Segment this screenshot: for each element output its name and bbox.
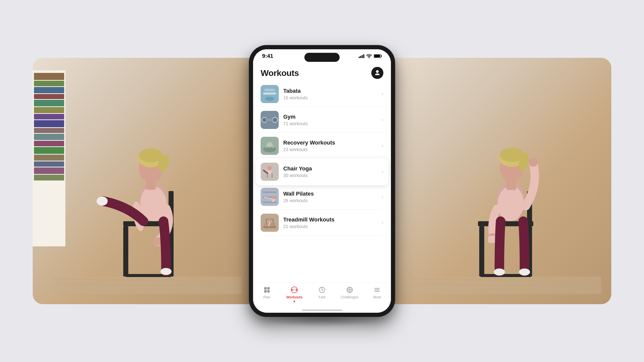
fast-icon [318, 286, 326, 294]
workout-name-gym: Gym [283, 114, 380, 120]
phone-container: 9:41 [249, 45, 395, 317]
chevron-wall-pilates: › [382, 194, 383, 200]
app-header: Workouts [253, 63, 391, 81]
svg-point-17 [97, 197, 108, 206]
right-person-illustration [413, 80, 601, 294]
chevron-treadmill: › [382, 219, 383, 226]
svg-point-45 [265, 97, 274, 101]
workout-info-gym: Gym 71 workouts [283, 114, 380, 126]
svg-rect-50 [266, 118, 273, 121]
more-icon [373, 286, 381, 294]
workout-item-chair-yoga[interactable]: Chair Yoga 30 workouts › [256, 158, 388, 185]
svg-rect-40 [374, 55, 380, 57]
workout-info-chair-yoga: Chair Yoga 30 workouts [283, 165, 380, 178]
workout-count-gym: 71 workouts [283, 121, 380, 126]
svg-point-37 [494, 268, 505, 276]
battery-icon [374, 54, 382, 58]
workout-count-wall-pilates: 26 workouts [283, 198, 380, 203]
tab-label-workouts: Workouts [286, 295, 302, 299]
profile-button[interactable] [371, 67, 383, 79]
tab-challenges[interactable]: Challenges [340, 286, 360, 299]
workout-name-recovery: Recovery Workouts [283, 140, 380, 146]
wall-pilates-thumb-image [261, 188, 279, 206]
chevron-recovery: › [382, 143, 383, 149]
chevron-chair-yoga: › [382, 168, 383, 175]
svg-point-65 [272, 196, 275, 199]
workout-count-tabata: 16 workouts [283, 95, 380, 101]
tab-label-plan: Plan [263, 295, 270, 299]
svg-rect-61 [263, 192, 277, 193]
tab-workouts[interactable]: Workouts [284, 286, 304, 299]
tab-plan[interactable]: Plan [257, 286, 277, 299]
tab-fast[interactable]: Fast [312, 286, 332, 299]
phone-shadow [259, 312, 385, 327]
svg-rect-4 [123, 226, 128, 277]
workout-name-tabata: Tabata [283, 88, 380, 94]
svg-point-34 [529, 158, 538, 167]
svg-rect-63 [263, 202, 277, 203]
svg-rect-56 [267, 174, 268, 178]
workout-thumb-wall-pilates [261, 188, 279, 206]
svg-rect-57 [272, 174, 272, 178]
wifi-icon [366, 54, 372, 58]
workout-item-tabata[interactable]: Tabata 16 workouts › [258, 81, 386, 107]
svg-line-84 [322, 290, 323, 291]
workout-thumb-tabata [261, 85, 279, 103]
dynamic-island [304, 53, 340, 62]
svg-rect-33 [506, 179, 516, 190]
tab-label-fast: Fast [318, 295, 325, 299]
workout-count-recovery: 23 workouts [283, 147, 380, 152]
workout-list: Tabata 16 workouts › [253, 81, 391, 283]
gym-thumb-image [261, 111, 279, 129]
svg-point-59 [268, 166, 272, 170]
workout-thumb-gym [261, 111, 279, 129]
tab-more[interactable]: More [367, 286, 387, 299]
signal-icon [359, 54, 364, 58]
treadmill-thumb-image [261, 214, 279, 232]
chevron-gym: › [382, 117, 383, 123]
tab-label-challenges: Challenges [341, 295, 358, 299]
workout-name-chair-yoga: Chair Yoga [283, 165, 380, 172]
svg-rect-73 [264, 287, 267, 290]
home-indicator-bar [302, 309, 342, 311]
workouts-icon [290, 286, 298, 294]
svg-rect-23 [479, 226, 484, 277]
workout-item-treadmill[interactable]: Treadmill Workouts 21 workouts › [258, 210, 386, 236]
svg-point-81 [296, 289, 297, 291]
svg-point-18 [160, 268, 172, 275]
chevron-tabata: › [382, 91, 383, 97]
tab-bar: Plan [253, 283, 391, 308]
workout-thumb-treadmill [261, 214, 279, 232]
tab-label-more: More [373, 295, 381, 299]
svg-rect-14 [146, 180, 156, 190]
workout-thumb-chair-yoga [261, 163, 279, 181]
plan-icon [263, 286, 271, 294]
svg-point-88 [349, 289, 350, 291]
left-photo-panel [33, 58, 259, 304]
workout-item-gym[interactable]: Gym 71 workouts › [258, 107, 386, 133]
status-icons [359, 54, 382, 58]
right-photo-panel [385, 58, 611, 304]
svg-rect-44 [264, 89, 275, 91]
chair-yoga-thumb-image [261, 163, 279, 181]
workout-info-tabata: Tabata 16 workouts [283, 88, 380, 101]
page-title: Workouts [261, 68, 299, 78]
workout-name-wall-pilates: Wall Pilates [283, 191, 380, 197]
tabata-thumb-image [261, 85, 279, 103]
workout-count-treadmill: 21 workouts [283, 224, 380, 229]
workout-name-treadmill: Treadmill Workouts [283, 216, 380, 223]
workout-info-recovery: Recovery Workouts 23 workouts [283, 140, 380, 152]
svg-point-80 [291, 289, 293, 291]
workout-info-treadmill: Treadmill Workouts 21 workouts [283, 216, 380, 229]
workout-item-recovery[interactable]: Recovery Workouts 23 workouts › [258, 133, 386, 159]
svg-rect-43 [263, 93, 276, 95]
scene: 9:41 [33, 30, 611, 332]
svg-rect-75 [264, 290, 267, 293]
profile-icon [374, 70, 381, 76]
workout-thumb-recovery [261, 137, 279, 155]
phone-frame: 9:41 [249, 45, 395, 317]
left-person-illustration [53, 80, 242, 294]
status-time: 9:41 [262, 53, 273, 59]
workout-item-wall-pilates[interactable]: Wall Pilates 26 workouts › [258, 184, 386, 210]
svg-point-38 [519, 268, 530, 276]
